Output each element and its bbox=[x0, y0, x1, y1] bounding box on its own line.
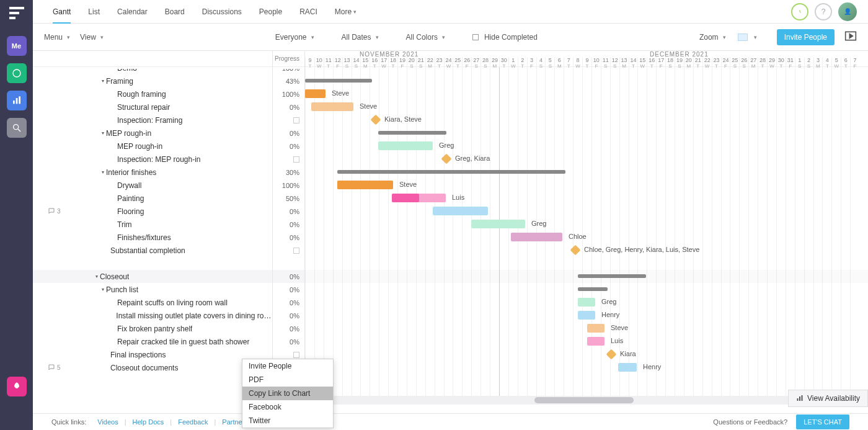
timeline-row[interactable]: Greg bbox=[305, 296, 868, 309]
timeline-row[interactable]: Luis bbox=[305, 192, 868, 205]
timeline-row[interactable]: Henry bbox=[305, 361, 868, 374]
footer-link[interactable]: Feedback bbox=[178, 418, 208, 426]
summary-bar[interactable] bbox=[578, 287, 608, 291]
filter-hide-completed[interactable]: Hide Completed bbox=[472, 33, 538, 42]
task-bar[interactable] bbox=[311, 102, 353, 111]
timeline-row[interactable]: Steve bbox=[305, 322, 868, 335]
task-row[interactable]: Inspection: MEP rough-in bbox=[33, 153, 272, 166]
task-bar[interactable] bbox=[471, 220, 525, 228]
sidebar-nav-reports[interactable] bbox=[7, 91, 27, 110]
clock-icon[interactable] bbox=[791, 3, 808, 20]
filter-all-dates[interactable]: All Dates bbox=[342, 33, 379, 42]
task-row[interactable]: Substantial completion bbox=[33, 244, 272, 257]
timeline-row[interactable] bbox=[305, 74, 868, 87]
filter-everyone[interactable]: Everyone bbox=[275, 33, 314, 42]
task-bar[interactable] bbox=[392, 194, 446, 202]
help-icon[interactable]: ? bbox=[815, 3, 832, 20]
tab-people[interactable]: People bbox=[250, 0, 291, 24]
view-availability-button[interactable]: View Availability bbox=[788, 390, 868, 407]
zoom-dropdown[interactable]: Zoom bbox=[699, 33, 726, 42]
context-menu-item[interactable]: Invite People bbox=[242, 359, 333, 373]
tab-discussions[interactable]: Discussions bbox=[193, 0, 250, 24]
comment-badge[interactable]: 3 bbox=[48, 207, 61, 215]
timeline-row[interactable]: Luis bbox=[305, 335, 868, 348]
task-bar[interactable] bbox=[618, 363, 637, 372]
task-bar[interactable] bbox=[433, 207, 488, 215]
comment-badge[interactable]: 5 bbox=[48, 364, 61, 371]
timeline-row[interactable]: Greg, Kiara bbox=[305, 153, 868, 166]
task-row[interactable]: Closeout documents bbox=[33, 361, 272, 374]
timeline-row[interactable] bbox=[305, 127, 868, 140]
timeline-row[interactable] bbox=[305, 166, 868, 179]
timeline-row[interactable]: Greg bbox=[305, 140, 868, 153]
milestone-checkbox[interactable] bbox=[293, 352, 299, 358]
milestone-marker[interactable] bbox=[441, 154, 452, 164]
milestone-marker[interactable] bbox=[606, 349, 617, 360]
task-row[interactable]: Structural repair bbox=[33, 101, 272, 114]
timeline-row[interactable]: Steve bbox=[305, 179, 868, 192]
milestone-checkbox[interactable] bbox=[293, 117, 299, 123]
task-bar[interactable] bbox=[587, 337, 604, 346]
timeline-row[interactable]: Greg bbox=[305, 218, 868, 231]
task-row[interactable]: Fix broken pantry shelf bbox=[33, 322, 272, 335]
timeline-row[interactable]: Chloe bbox=[305, 231, 868, 244]
timeline-row[interactable]: Steve bbox=[305, 87, 868, 101]
collapse-toggle-icon[interactable]: ▾ bbox=[100, 78, 106, 84]
sidebar-nav-me[interactable]: Me bbox=[7, 36, 27, 56]
tab-list[interactable]: List bbox=[79, 0, 108, 24]
task-row[interactable]: ▾Punch list bbox=[33, 283, 272, 296]
task-bar[interactable] bbox=[578, 298, 595, 307]
timeline-row[interactable] bbox=[305, 283, 868, 296]
summary-bar[interactable] bbox=[305, 79, 372, 83]
sidebar-nav-chat[interactable] bbox=[7, 63, 27, 83]
task-row[interactable]: ▾MEP rough-in bbox=[33, 127, 272, 140]
task-row[interactable]: ▾Interior finishes bbox=[33, 166, 272, 179]
export-icon[interactable] bbox=[844, 30, 857, 43]
collapse-toggle-icon[interactable]: ▾ bbox=[100, 287, 106, 292]
milestone-marker[interactable] bbox=[371, 115, 381, 125]
collapse-toggle-icon[interactable]: ▾ bbox=[94, 274, 100, 279]
zoom-color-dropdown[interactable] bbox=[736, 34, 757, 41]
sidebar-nav-search[interactable] bbox=[7, 118, 27, 138]
tab-raci[interactable]: RACI bbox=[291, 0, 326, 24]
timeline-panel[interactable]: NOVEMBER 2021DECEMBER 2021 9T10W11T12F13… bbox=[305, 51, 868, 413]
task-row[interactable]: Rough framing bbox=[33, 87, 272, 101]
task-row[interactable]: ▾Closeout bbox=[33, 270, 272, 283]
filter-all-colors[interactable]: All Colors bbox=[406, 33, 445, 42]
context-menu-item[interactable]: PDF bbox=[242, 373, 333, 387]
task-row[interactable]: Drywall bbox=[33, 179, 272, 192]
task-row[interactable]: Trim bbox=[33, 218, 272, 231]
task-row[interactable]: Install missing outlet plate covers in d… bbox=[33, 309, 272, 322]
task-bar[interactable] bbox=[305, 89, 326, 98]
timeline-row[interactable]: Chloe, Greg, Henry, Kiara, Luis, Steve bbox=[305, 244, 868, 257]
milestone-checkbox[interactable] bbox=[293, 248, 299, 254]
lets-chat-button[interactable]: LET'S CHAT bbox=[796, 414, 849, 429]
task-row[interactable]: Flooring bbox=[33, 205, 272, 218]
timeline-row[interactable] bbox=[305, 270, 868, 283]
avatar[interactable]: 👤 bbox=[838, 2, 857, 21]
collapse-toggle-icon[interactable]: ▾ bbox=[100, 169, 106, 175]
timeline-row[interactable]: Steve bbox=[305, 101, 868, 114]
task-bar[interactable] bbox=[337, 181, 393, 189]
task-row[interactable] bbox=[33, 257, 272, 270]
context-menu-item[interactable]: Facebook bbox=[242, 400, 333, 414]
footer-link[interactable]: Videos bbox=[97, 418, 118, 426]
invite-people-button[interactable]: Invite People bbox=[777, 29, 835, 45]
sidebar-nav-upgrade[interactable] bbox=[7, 377, 27, 396]
task-row[interactable]: Repair cracked tile in guest bath shower bbox=[33, 335, 272, 348]
context-menu-item[interactable]: Twitter bbox=[242, 414, 333, 428]
footer-link[interactable]: Help Docs bbox=[133, 418, 164, 426]
task-row[interactable]: MEP rough-in bbox=[33, 140, 272, 153]
task-row[interactable]: Painting bbox=[33, 192, 272, 205]
timeline-row[interactable]: Kiara, Steve bbox=[305, 114, 868, 127]
context-menu-item[interactable]: Copy Link to Chart bbox=[242, 387, 333, 400]
tab-gantt[interactable]: Gantt bbox=[44, 0, 79, 24]
milestone-checkbox[interactable] bbox=[293, 156, 299, 163]
tab-board[interactable]: Board bbox=[156, 0, 193, 24]
view-dropdown[interactable]: View bbox=[80, 33, 104, 42]
task-bar[interactable] bbox=[378, 141, 433, 150]
task-bar[interactable] bbox=[578, 311, 595, 320]
task-bar[interactable] bbox=[511, 233, 562, 241]
timeline-row[interactable]: Kiara bbox=[305, 348, 868, 361]
task-row[interactable]: ▾Framing bbox=[33, 74, 272, 87]
